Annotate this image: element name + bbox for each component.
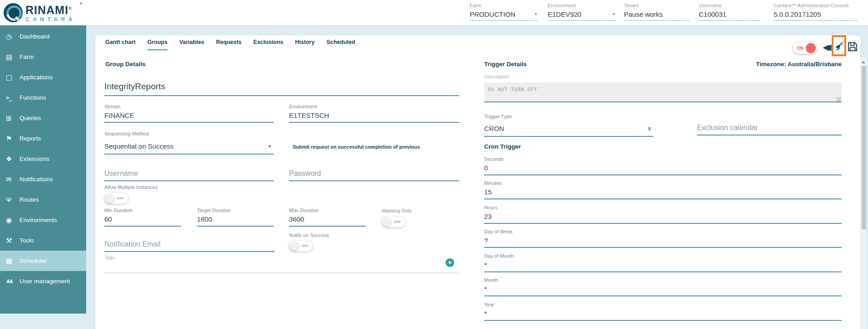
- rewind-button[interactable]: ◀◀: [823, 43, 828, 52]
- farm-value: PRODUCTION: [470, 10, 515, 18]
- group-enabled-toggle[interactable]: ON: [793, 42, 817, 54]
- cron-year-input[interactable]: [484, 308, 842, 321]
- group-name-input[interactable]: [104, 81, 459, 96]
- tab-groups[interactable]: Groups: [147, 39, 167, 50]
- sidebar-item-routes[interactable]: Ψ Routes: [0, 189, 86, 210]
- plus-icon: +: [448, 258, 452, 266]
- cron-month-input[interactable]: [484, 283, 842, 296]
- stream-field: Stream: [104, 103, 274, 123]
- cron-hours-label: Hours: [484, 204, 842, 211]
- stream-label: Stream: [104, 103, 274, 110]
- cron-year-field: Year: [484, 301, 842, 321]
- environment-input[interactable]: [289, 110, 459, 123]
- brand-logo: RINAMI® ▼ CANTARA: [4, 3, 76, 23]
- tags-label: Tags: [104, 254, 115, 261]
- cron-day-of-week-input[interactable]: [484, 235, 842, 248]
- farm-select[interactable]: PRODUCTION ▼: [470, 9, 538, 21]
- cron-month-field: Month: [484, 277, 842, 296]
- cron-day-of-week-field: Day of Week: [484, 228, 842, 248]
- environment-form-label: Environment: [289, 103, 459, 110]
- max-duration-input[interactable]: [289, 213, 366, 227]
- cron-minutes-field: Minutes: [484, 180, 842, 199]
- sidebar-item-tools[interactable]: ⚒ Tools: [0, 230, 86, 251]
- calendar-icon: ▦: [6, 257, 20, 265]
- console-version-row: 5.0.0.20171205: [774, 9, 858, 21]
- tags-input-underline[interactable]: [104, 273, 459, 273]
- toggle-knob: [290, 242, 299, 251]
- save-button[interactable]: [847, 41, 858, 54]
- sidebar-item-extensions[interactable]: ❖ Extensions: [0, 149, 86, 169]
- toggle-knob: [806, 43, 816, 53]
- trigger-type-label: Trigger Type: [484, 113, 653, 120]
- warning-only-toggle[interactable]: OFF: [382, 217, 405, 227]
- allow-multiple-instances-toggle[interactable]: OFF: [104, 193, 128, 204]
- environment-select[interactable]: E1DEV920 ▼: [548, 9, 616, 21]
- notification-email-input[interactable]: [104, 238, 275, 252]
- sidebar-item-notifications[interactable]: ✉ Notifications: [0, 169, 86, 189]
- tab-exclusions[interactable]: Exclusions: [253, 39, 283, 50]
- tab-requests[interactable]: Requests: [216, 39, 241, 50]
- scrollbar-up-arrow[interactable]: [862, 61, 865, 63]
- sidebar-nav: ◷ Dashboard ▤ Farm ▢ Applications >_ Fun…: [0, 25, 86, 314]
- route-branch-icon: Ψ: [6, 196, 20, 203]
- username-label: Username: [699, 2, 760, 9]
- sidebar-item-applications[interactable]: ▢ Applications: [0, 67, 86, 87]
- trigger-type-select[interactable]: CRON ∨: [484, 122, 653, 137]
- brand-name: RINAMI®: [25, 3, 76, 16]
- max-duration-label: Max Duration: [289, 207, 366, 213]
- sidebar-item-functions[interactable]: >_ Functions: [0, 87, 86, 108]
- password-form-field: [289, 168, 459, 181]
- sequencing-method-value: Sequential on Success: [104, 142, 174, 150]
- trigger-type-field: Trigger Type CRON ∨: [484, 113, 653, 137]
- launch-rocket-button[interactable]: [834, 41, 845, 54]
- cron-seconds-label: Seconds: [484, 156, 842, 162]
- sidebar-item-user-management[interactable]: ♟♟ User management: [0, 271, 86, 291]
- sidebar-item-queries[interactable]: ⊞ Queries: [0, 108, 86, 128]
- exclusion-calendar-input[interactable]: [697, 122, 842, 135]
- sidebar-item-scheduler[interactable]: ▦ Scheduler: [0, 251, 86, 271]
- cron-seconds-input[interactable]: [484, 162, 842, 175]
- sequencing-method-select[interactable]: Sequential on Success ▼: [104, 140, 274, 155]
- min-duration-input[interactable]: [104, 213, 181, 227]
- cron-hours-field: Hours: [484, 204, 842, 224]
- scrollbar-thumb[interactable]: [862, 66, 866, 229]
- tab-variables[interactable]: Variables: [179, 39, 204, 50]
- toggle-knob: [383, 218, 392, 227]
- max-duration-field: Max Duration: [289, 207, 366, 227]
- sidebar-item-dashboard[interactable]: ◷ Dashboard: [0, 26, 86, 47]
- scheduler-group-card: Gantt chart Groups Variables Requests Ex…: [95, 35, 860, 329]
- tenant-field: Tenant Pause works: [624, 2, 690, 21]
- environment-field: Environment E1DEV920 ▼: [548, 2, 616, 21]
- trigger-type-value: CRON: [484, 125, 504, 132]
- cantara-admin-console: RINAMI® ▼ CANTARA Farm PRODUCTION ▼ Envi…: [0, 0, 868, 329]
- tab-scheduled[interactable]: Scheduled: [326, 39, 355, 50]
- stream-input[interactable]: [104, 110, 274, 123]
- notify-on-success-toggle[interactable]: OFF: [289, 241, 313, 252]
- environment-form-field: Environment: [289, 103, 459, 123]
- warning-only-label: Warning Only: [382, 208, 412, 214]
- rinami-logo-icon: [4, 3, 23, 22]
- target-duration-input[interactable]: [197, 213, 274, 227]
- envelope-icon: ✉: [6, 175, 20, 184]
- vertical-scrollbar[interactable]: [860, 58, 866, 329]
- sequencing-method-field: Sequencing Method Sequential on Success …: [104, 131, 274, 155]
- toggle-knob: [105, 194, 114, 203]
- sidebar-item-farm[interactable]: ▤ Farm: [0, 47, 86, 67]
- tab-gantt-chart[interactable]: Gantt chart: [105, 39, 136, 50]
- registered-mark: ®: [69, 6, 72, 11]
- console-version-value: 5.0.0.20171205: [774, 10, 821, 18]
- sidebar-item-environments[interactable]: ◉ Environments: [0, 210, 86, 230]
- description-textarea[interactable]: DO NOT TURN OFF: [484, 82, 842, 102]
- tab-history[interactable]: History: [295, 39, 314, 50]
- cron-minutes-input[interactable]: [484, 186, 842, 199]
- group-password-input[interactable]: [289, 168, 459, 181]
- toggle-state-label: OFF: [302, 244, 309, 247]
- group-username-input[interactable]: [104, 168, 274, 181]
- notification-email-field: [104, 238, 275, 252]
- cron-hours-input[interactable]: [484, 211, 842, 224]
- sidebar-item-reports[interactable]: ⚑ Reports: [0, 128, 86, 149]
- notify-on-success-label: Notify on Success: [289, 232, 329, 238]
- add-tag-button[interactable]: +: [446, 258, 454, 267]
- brand-caret-icon: ▼: [79, 1, 83, 6]
- cron-day-of-month-input[interactable]: [484, 259, 842, 272]
